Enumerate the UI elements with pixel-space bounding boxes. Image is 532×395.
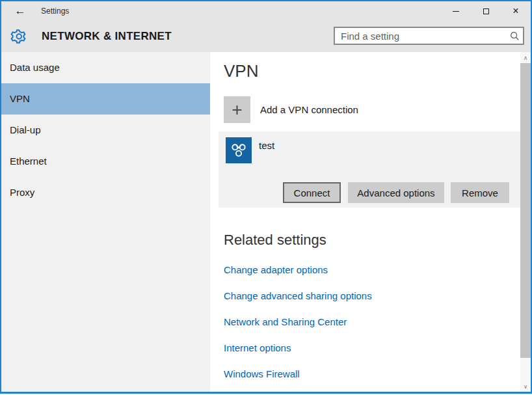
close-button[interactable]: × [501,1,531,21]
add-vpn-connection-label: Add a VPN connection [260,104,358,115]
window-body: Data usage VPN Dial-up Ethernet Proxy VP… [1,52,531,392]
list-item: Network and Sharing Center [224,308,520,334]
link-internet-options[interactable]: Internet options [224,342,291,353]
page-title: NETWORK & INTERNET [42,21,172,52]
settings-window: ← Settings × NETWORK & INTERNET [0,0,532,394]
main-content: VPN + Add a VPN connection test Connect [210,52,520,392]
list-item: Change adapter options [224,256,520,282]
link-windows-firewall[interactable]: Windows Firewall [224,368,300,379]
connect-button[interactable]: Connect [283,182,341,203]
scroll-up-icon[interactable]: ∧ [520,52,531,63]
advanced-options-button[interactable]: Advanced options [348,182,444,203]
sidebar-item-data-usage[interactable]: Data usage [1,52,210,83]
sidebar-item-proxy[interactable]: Proxy [1,177,210,208]
maximize-icon [483,8,489,14]
minimize-button[interactable] [441,1,471,21]
related-settings-links: Change adapter options Change advanced s… [224,256,520,387]
close-icon: × [512,6,518,16]
gear-icon [8,21,28,52]
sidebar-item-dial-up[interactable]: Dial-up [1,115,210,146]
minimize-icon [453,11,459,12]
remove-button[interactable]: Remove [451,182,509,203]
link-network-and-sharing-center[interactable]: Network and Sharing Center [224,316,347,327]
search-box [334,27,524,45]
sidebar: Data usage VPN Dial-up Ethernet Proxy [1,52,210,392]
maximize-button[interactable] [471,1,501,21]
list-item: Change advanced sharing options [224,282,520,308]
sidebar-item-ethernet[interactable]: Ethernet [1,146,210,177]
link-change-advanced-sharing-options[interactable]: Change advanced sharing options [224,290,372,301]
vpn-connection-item[interactable]: test Connect Advanced options Remove [219,131,520,208]
window-title: Settings [41,1,69,21]
vpn-connection-icon [226,137,252,163]
title-bar: ← Settings × [1,1,531,21]
back-button[interactable]: ← [9,1,31,21]
app-header: NETWORK & INTERNET [1,21,531,52]
plus-icon: + [224,96,250,123]
vertical-scrollbar[interactable]: ∧ ∨ [520,52,531,392]
link-change-adapter-options[interactable]: Change adapter options [224,264,328,275]
search-input[interactable] [335,29,506,43]
add-vpn-connection-button[interactable]: + Add a VPN connection [224,96,520,123]
scrollbar-thumb[interactable] [520,63,531,358]
related-settings-heading: Related settings [224,232,520,249]
back-arrow-icon: ← [15,5,26,18]
window-controls: × [441,1,531,21]
vpn-connection-name: test [259,140,274,151]
list-item: Windows Firewall [224,361,520,387]
list-item: Internet options [224,334,520,361]
connection-actions: Connect Advanced options Remove [283,182,509,203]
search-icon[interactable] [506,31,523,41]
scroll-down-icon[interactable]: ∨ [520,381,531,392]
section-heading-vpn: VPN [224,61,520,81]
sidebar-item-vpn[interactable]: VPN [1,83,210,115]
